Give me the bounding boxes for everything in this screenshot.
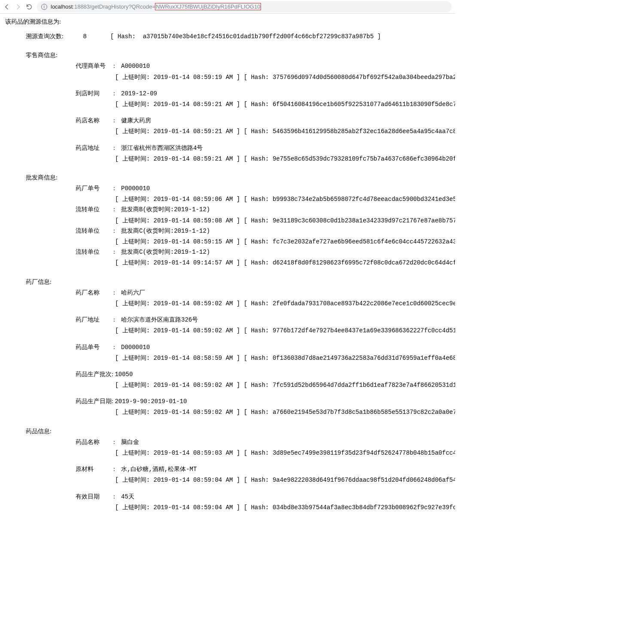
- section-wholesaler: 批发商信息:药厂单号:P0000010[ 上链时间: 2019-01-14 08…: [26, 172, 450, 269]
- field-row: 药厂名称:哈药六厂: [76, 287, 450, 298]
- section-factory: 药厂信息:药厂名称:哈药六厂[ 上链时间: 2019-01-14 08:59:0…: [26, 276, 450, 418]
- field-label: 药厂名称: [76, 287, 113, 298]
- field-value: 脑白金: [121, 439, 139, 446]
- field-meta: [ 上链时间: 2019-01-14 08:59:02 AM ] [ Hash:…: [115, 407, 450, 418]
- field-value: P0000010: [121, 185, 150, 192]
- section-title: 零售商信息:: [26, 50, 450, 61]
- field-meta: [ 上链时间: 2019-01-14 08:59:21 AM ] [ Hash:…: [115, 126, 450, 137]
- field-label: 代理商单号: [76, 61, 113, 71]
- field-label: 原材料: [76, 464, 113, 474]
- browser-toolbar: i localhost:18883/getDragHistory?QRcode=…: [0, 0, 455, 14]
- page-title: 该药品的溯源信息为:: [5, 18, 450, 26]
- field-row: 药店地址:浙江省杭州市西湖区洪德路4号: [76, 143, 450, 154]
- field-value: 批发商C(收货时间:2019-1-12): [121, 228, 210, 234]
- section-drug: 药品信息:药品名称:脑白金[ 上链时间: 2019-01-14 08:59:03…: [26, 426, 450, 513]
- field-meta: [ 上链时间: 2019-01-14 08:59:08 AM ] [ Hash:…: [115, 216, 450, 226]
- field-value: 45天: [121, 493, 134, 500]
- forward-icon[interactable]: [15, 3, 21, 10]
- field-label: 药品生产日期: [76, 398, 112, 404]
- field-meta: [ 上链时间: 2019-01-14 08:58:59 AM ] [ Hash:…: [115, 353, 450, 364]
- field-label: 药品名称: [76, 437, 113, 447]
- field-row: 代理商单号:A0000010: [76, 61, 450, 72]
- url-param-highlight: NWRuxXJ75fBWUjBZiDIyR16PdFLIOG10: [155, 3, 261, 10]
- field-row: 药品单号:D0000010: [76, 342, 450, 353]
- field-value: 哈药六厂: [121, 289, 145, 296]
- query-hash: [ Hash: a37015b740e3b4e18cf24516c01dad1b…: [110, 33, 381, 40]
- field-meta: [ 上链时间: 2019-01-14 08:59:02 AM ] [ Hash:…: [115, 325, 450, 336]
- field-label: 药品生产批次: [76, 371, 112, 377]
- field-label: 药厂单号: [76, 183, 113, 194]
- field-row: 原材料:水,白砂糖,酒精,松果体-MT: [76, 464, 450, 475]
- field-value: A0000010: [121, 63, 150, 70]
- field-value: 浙江省杭州市西湖区洪德路4号: [121, 145, 203, 152]
- field-meta: [ 上链时间: 2019-01-14 08:59:06 AM ] [ Hash:…: [115, 194, 450, 205]
- field-row: 药厂地址:哈尔滨市道外区南直路326号: [76, 314, 450, 325]
- field-meta: [ 上链时间: 2019-01-14 08:59:15 AM ] [ Hash:…: [115, 237, 450, 247]
- field-value: 批发商C(收货时间:2019-1-12): [121, 249, 210, 255]
- site-info-icon[interactable]: i: [41, 4, 47, 10]
- field-value: 10050: [115, 371, 133, 378]
- field-meta: [ 上链时间: 2019-01-14 08:59:02 AM ] [ Hash:…: [115, 298, 450, 309]
- field-label: 药品单号: [76, 342, 113, 352]
- field-value: 水,白砂糖,酒精,松果体-MT: [121, 466, 197, 473]
- address-bar[interactable]: i localhost:18883/getDragHistory?QRcode=…: [37, 1, 452, 12]
- section-title: 药厂信息:: [26, 276, 450, 287]
- field-label: 药店地址: [76, 143, 113, 153]
- field-label: 流转单位: [76, 204, 113, 215]
- field-value: D0000010: [121, 344, 150, 351]
- section-retailer: 零售商信息:代理商单号:A0000010[ 上链时间: 2019-01-14 0…: [26, 50, 450, 164]
- field-meta: [ 上链时间: 2019-01-14 08:59:02 AM ] [ Hash:…: [115, 380, 450, 391]
- field-row: 有效日期:45天: [76, 491, 450, 502]
- field-row: 药厂单号:P0000010: [76, 183, 450, 194]
- field-row: 药店名称:健康大药房: [76, 115, 450, 126]
- field-label: 药店名称: [76, 115, 113, 126]
- field-value: 批发商B(收货时间:2019-1-12): [121, 206, 210, 213]
- url-host: localhost: [51, 3, 73, 10]
- field-value: 2019-9-90:2019-01-10: [115, 398, 187, 405]
- back-icon[interactable]: [3, 3, 10, 10]
- field-meta: [ 上链时间: 2019-01-14 08:59:04 AM ] [ Hash:…: [115, 475, 450, 486]
- field-row: 流转单位:批发商B(收货时间:2019-1-12): [76, 204, 450, 215]
- query-count-label: 溯源查询次数:: [26, 31, 82, 42]
- query-count-row: 溯源查询次数: 8 [ Hash: a37015b740e3b4e18cf245…: [26, 31, 450, 42]
- query-count-value: 8: [83, 31, 109, 42]
- field-label: 流转单位: [76, 225, 113, 236]
- page-content: 该药品的溯源信息为: 溯源查询次数: 8 [ Hash: a37015b740e…: [0, 14, 455, 517]
- field-value: 健康大药房: [121, 117, 151, 124]
- field-meta: [ 上链时间: 2019-01-14 08:59:21 AM ] [ Hash:…: [115, 99, 450, 110]
- field-label: 流转单位: [76, 246, 113, 257]
- field-value: 2019-12-09: [121, 90, 157, 97]
- field-value: 哈尔滨市道外区南直路326号: [121, 316, 198, 323]
- section-title: 药品信息:: [26, 426, 450, 437]
- field-label: 有效日期: [76, 491, 113, 502]
- url-path: :18883/getDragHistory?QRcode=: [73, 3, 155, 10]
- field-meta: [ 上链时间: 2019-01-14 08:59:04 AM ] [ Hash:…: [115, 502, 450, 513]
- field-row: 流转单位:批发商C(收货时间:2019-1-12): [76, 225, 450, 237]
- field-row: 到店时间:2019-12-09: [76, 88, 450, 99]
- field-row: 药品生产批次: 10050: [76, 369, 450, 380]
- field-row: 药品名称:脑白金: [76, 437, 450, 448]
- reload-icon[interactable]: [26, 3, 33, 10]
- field-meta: [ 上链时间: 2019-01-14 08:59:21 AM ] [ Hash:…: [115, 154, 450, 164]
- field-meta: [ 上链时间: 2019-01-14 08:59:19 AM ] [ Hash:…: [115, 72, 450, 83]
- field-meta: [ 上链时间: 2019-01-14 08:59:03 AM ] [ Hash:…: [115, 448, 450, 459]
- field-label: 到店时间: [76, 88, 113, 99]
- field-label: 药厂地址: [76, 314, 113, 325]
- section-title: 批发商信息:: [26, 172, 450, 183]
- field-meta: [ 上链时间: 2019-01-14 09:14:57 AM ] [ Hash:…: [115, 258, 450, 268]
- field-row: 药品生产日期: 2019-9-90:2019-01-10: [76, 396, 450, 407]
- field-row: 流转单位:批发商C(收货时间:2019-1-12): [76, 246, 450, 258]
